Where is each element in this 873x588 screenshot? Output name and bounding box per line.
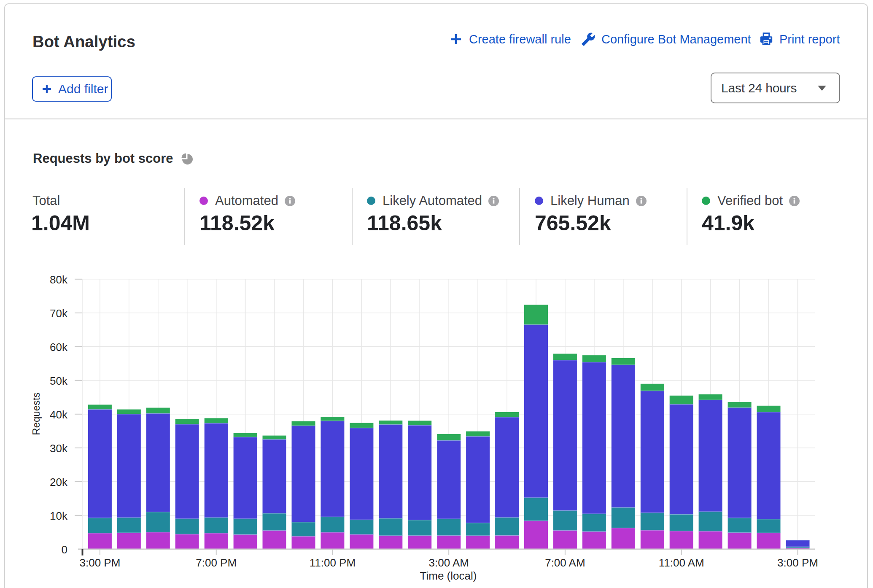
svg-text:Requests: Requests <box>30 392 42 435</box>
svg-text:80k: 80k <box>50 273 68 286</box>
svg-text:11:00 PM: 11:00 PM <box>310 556 356 569</box>
svg-text:3:00 PM: 3:00 PM <box>777 556 818 569</box>
svg-text:Time (local): Time (local) <box>420 569 477 582</box>
svg-text:40k: 40k <box>50 408 68 421</box>
svg-text:60k: 60k <box>50 341 68 353</box>
svg-text:70k: 70k <box>50 307 68 320</box>
svg-text:30k: 30k <box>50 442 68 455</box>
svg-text:7:00 AM: 7:00 AM <box>545 556 585 569</box>
svg-text:10k: 10k <box>50 510 68 522</box>
svg-text:0: 0 <box>62 543 67 556</box>
svg-text:7:00 PM: 7:00 PM <box>196 556 237 569</box>
svg-text:3:00 PM: 3:00 PM <box>79 556 120 569</box>
svg-text:11:00 AM: 11:00 AM <box>659 556 704 569</box>
svg-text:3:00 AM: 3:00 AM <box>428 556 469 569</box>
svg-text:50k: 50k <box>50 375 68 387</box>
svg-text:20k: 20k <box>50 476 68 488</box>
